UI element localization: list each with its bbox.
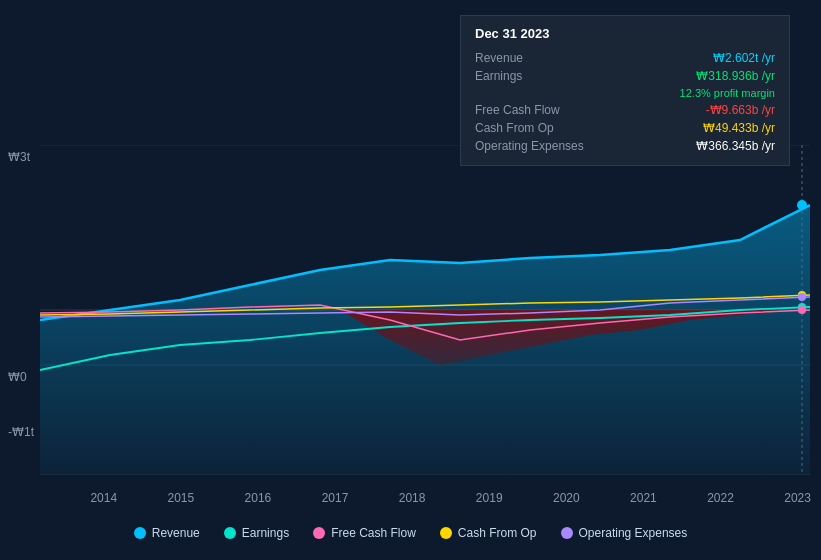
legend-label-fcf: Free Cash Flow bbox=[331, 526, 416, 540]
x-label-2018: 2018 bbox=[399, 491, 426, 505]
legend-label-revenue: Revenue bbox=[152, 526, 200, 540]
tooltip-value-fcf: -₩9.663b /yr bbox=[706, 103, 775, 117]
legend-dot-revenue bbox=[134, 527, 146, 539]
tooltip-row-opex: Operating Expenses ₩366.345b /yr bbox=[475, 137, 775, 155]
legend-label-cfo: Cash From Op bbox=[458, 526, 537, 540]
opex-dot bbox=[798, 293, 806, 301]
legend-dot-fcf bbox=[313, 527, 325, 539]
legend-dot-cfo bbox=[440, 527, 452, 539]
tooltip-row-revenue: Revenue ₩2.602t /yr bbox=[475, 49, 775, 67]
x-label-2017: 2017 bbox=[322, 491, 349, 505]
x-label-2019: 2019 bbox=[476, 491, 503, 505]
tooltip-label-opex: Operating Expenses bbox=[475, 139, 605, 153]
x-label-2015: 2015 bbox=[167, 491, 194, 505]
legend-dot-opex bbox=[561, 527, 573, 539]
legend-label-opex: Operating Expenses bbox=[579, 526, 688, 540]
legend-item-opex[interactable]: Operating Expenses bbox=[561, 526, 688, 540]
x-label-2023: 2023 bbox=[784, 491, 811, 505]
tooltip-profit-margin: 12.3% profit margin bbox=[680, 87, 775, 99]
tooltip-value-earnings: ₩318.936b /yr bbox=[696, 69, 775, 83]
fcf-dot bbox=[798, 306, 806, 314]
y-label-0: ₩0 bbox=[8, 370, 27, 384]
tooltip-date: Dec 31 2023 bbox=[475, 26, 775, 41]
x-label-2022: 2022 bbox=[707, 491, 734, 505]
tooltip-label-earnings: Earnings bbox=[475, 69, 605, 83]
legend: Revenue Earnings Free Cash Flow Cash Fro… bbox=[0, 526, 821, 540]
x-label-2016: 2016 bbox=[245, 491, 272, 505]
x-label-2014: 2014 bbox=[90, 491, 117, 505]
tooltip-value-opex: ₩366.345b /yr bbox=[696, 139, 775, 153]
tooltip-row-earnings: Earnings ₩318.936b /yr bbox=[475, 67, 775, 85]
legend-item-cfo[interactable]: Cash From Op bbox=[440, 526, 537, 540]
tooltip-row-fcf: Free Cash Flow -₩9.663b /yr bbox=[475, 101, 775, 119]
tooltip-row-cfo: Cash From Op ₩49.433b /yr bbox=[475, 119, 775, 137]
x-label-2021: 2021 bbox=[630, 491, 657, 505]
legend-item-revenue[interactable]: Revenue bbox=[134, 526, 200, 540]
chart-svg bbox=[40, 145, 810, 475]
tooltip-label-revenue: Revenue bbox=[475, 51, 605, 65]
x-label-2020: 2020 bbox=[553, 491, 580, 505]
tooltip-label-cfo: Cash From Op bbox=[475, 121, 605, 135]
y-label-3t: ₩3t bbox=[8, 150, 30, 164]
legend-item-fcf[interactable]: Free Cash Flow bbox=[313, 526, 416, 540]
tooltip-label-fcf: Free Cash Flow bbox=[475, 103, 605, 117]
legend-item-earnings[interactable]: Earnings bbox=[224, 526, 289, 540]
legend-label-earnings: Earnings bbox=[242, 526, 289, 540]
tooltip-row-profit-margin: 12.3% profit margin bbox=[475, 85, 775, 101]
legend-dot-earnings bbox=[224, 527, 236, 539]
revenue-dot bbox=[797, 200, 807, 210]
tooltip-value-cfo: ₩49.433b /yr bbox=[703, 121, 775, 135]
y-label-neg1t: -₩1t bbox=[8, 425, 34, 439]
tooltip-box: Dec 31 2023 Revenue ₩2.602t /yr Earnings… bbox=[460, 15, 790, 166]
tooltip-value-revenue: ₩2.602t /yr bbox=[713, 51, 775, 65]
chart-container: ₩3t ₩0 -₩1t Dec 31 2023 Revenue ₩2.602t … bbox=[0, 0, 821, 560]
